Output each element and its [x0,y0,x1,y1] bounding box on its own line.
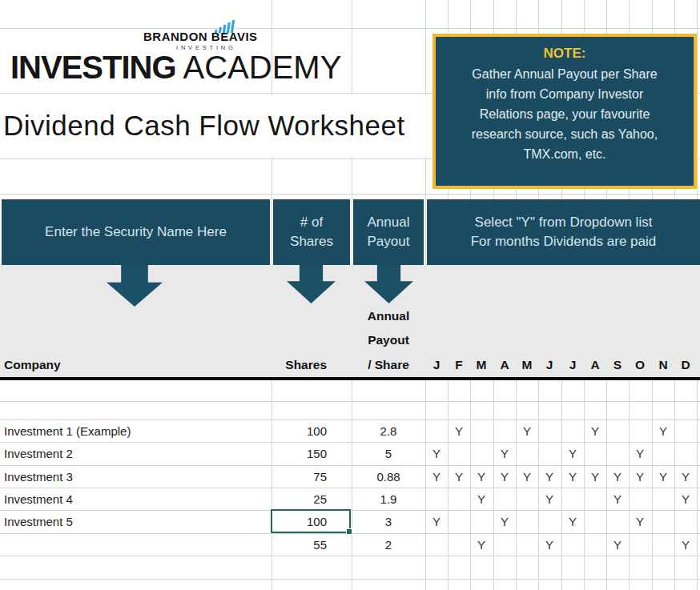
instruction-dropdown: Select "Y" from Dropdown list For months… [427,199,700,265]
month-cell[interactable] [470,442,493,465]
month-cell[interactable]: Y [516,419,538,442]
month-cell[interactable]: Y [674,488,697,510]
month-cell[interactable]: Y [516,465,538,488]
month-cell[interactable] [674,419,697,442]
month-cell[interactable]: Y [629,510,651,533]
instruction-text: Enter the Security Name Here [45,223,227,242]
shares-cell[interactable]: 150 [272,442,327,465]
month-cell[interactable]: Y [584,419,606,442]
month-cell[interactable] [674,510,697,533]
month-cell[interactable] [538,442,561,465]
month-cell[interactable]: Y [674,465,697,488]
brand-name: BRANDON BEAVIS [143,30,258,43]
payout-cell[interactable]: 3 [352,510,425,533]
payout-cell[interactable]: 0.88 [352,465,425,488]
month-cell[interactable] [652,442,674,465]
month-cell[interactable] [425,488,448,510]
month-header-cell: A [493,357,516,373]
month-header-cell: N [652,357,674,373]
month-cell[interactable] [584,442,606,465]
month-cell[interactable] [652,533,674,556]
company-cell[interactable]: Investment 2 [4,442,264,465]
month-cell[interactable]: Y [561,510,584,533]
month-cell[interactable]: Y [425,465,448,488]
month-cell[interactable]: Y [606,465,629,488]
month-cell[interactable] [538,510,561,533]
month-cell[interactable] [629,488,651,510]
shares-cell[interactable]: 75 [272,465,327,488]
month-cell[interactable] [425,419,448,442]
month-cell[interactable]: Y [674,533,697,556]
payout-cell[interactable]: 5 [352,442,425,465]
month-cell[interactable] [629,419,651,442]
month-cell[interactable]: Y [538,465,561,488]
month-cell[interactable] [561,488,584,510]
month-cell[interactable]: Y [606,488,629,510]
month-cell[interactable] [606,419,629,442]
shares-cell[interactable]: 100 [272,419,327,442]
company-cell[interactable]: Investment 3 [4,465,264,488]
month-cell[interactable]: Y [493,442,516,465]
company-cell[interactable] [4,533,264,556]
note-line: Relations page, your favourite [480,104,650,124]
month-cell[interactable]: Y [448,465,470,488]
month-cell[interactable] [584,510,606,533]
payout-cell[interactable]: 2.8 [352,419,425,442]
payout-cell[interactable]: 1.9 [352,488,425,510]
month-cell[interactable]: Y [652,419,674,442]
month-cell[interactable]: Y [425,510,448,533]
month-cell[interactable]: Y [493,465,516,488]
month-cell[interactable] [448,533,470,556]
company-cell[interactable]: Investment 4 [4,488,264,510]
month-cell[interactable]: Y [538,488,561,510]
month-cell[interactable] [448,488,470,510]
shares-cell[interactable]: 25 [272,488,327,510]
month-cell[interactable]: Y [561,442,584,465]
month-cell[interactable]: Y [470,488,493,510]
month-cell[interactable] [493,419,516,442]
month-cell[interactable]: Y [470,533,493,556]
month-cell[interactable] [425,533,448,556]
month-cell[interactable] [448,510,470,533]
month-cell[interactable] [493,533,516,556]
month-cell[interactable]: Y [561,465,584,488]
company-cell[interactable]: Investment 1 (Example) [4,419,264,442]
spreadsheet: BRANDON BEAVIS INVESTING INVESTING ACADE… [0,0,700,590]
month-cell[interactable]: Y [652,465,674,488]
month-cell[interactable] [674,442,697,465]
shares-cell-active[interactable]: 100 [272,510,327,533]
month-cell[interactable] [470,510,493,533]
instruction-text: Annual [368,213,410,232]
month-cell[interactable] [516,488,538,510]
month-cell[interactable] [652,488,674,510]
month-cell[interactable] [448,442,470,465]
month-cell[interactable] [538,419,561,442]
month-cell[interactable] [629,533,651,556]
month-cell[interactable] [584,488,606,510]
month-cell[interactable]: Y [584,465,606,488]
month-cell[interactable]: Y [470,465,493,488]
month-cell[interactable]: Y [448,419,470,442]
month-cell[interactable]: Y [629,465,651,488]
month-cell[interactable] [606,442,629,465]
shares-cell[interactable]: 55 [272,533,327,556]
month-cell[interactable]: Y [425,442,448,465]
month-cell[interactable] [606,510,629,533]
month-cell[interactable] [516,510,538,533]
month-cell[interactable] [493,488,516,510]
month-cell[interactable] [652,510,674,533]
month-cell[interactable]: Y [538,533,561,556]
company-cell[interactable]: Investment 5 [4,510,264,533]
month-cell[interactable] [470,419,493,442]
month-cell[interactable] [561,419,584,442]
month-cell[interactable]: Y [606,533,629,556]
month-cell[interactable] [516,533,538,556]
payout-cell[interactable]: 2 [352,533,425,556]
month-cell[interactable]: Y [493,510,516,533]
month-cell[interactable] [584,533,606,556]
month-header-cell: S [606,357,629,373]
month-cell[interactable] [516,442,538,465]
instruction-shares: # of Shares [273,199,350,265]
month-cell[interactable]: Y [629,442,651,465]
month-cell[interactable] [561,533,584,556]
